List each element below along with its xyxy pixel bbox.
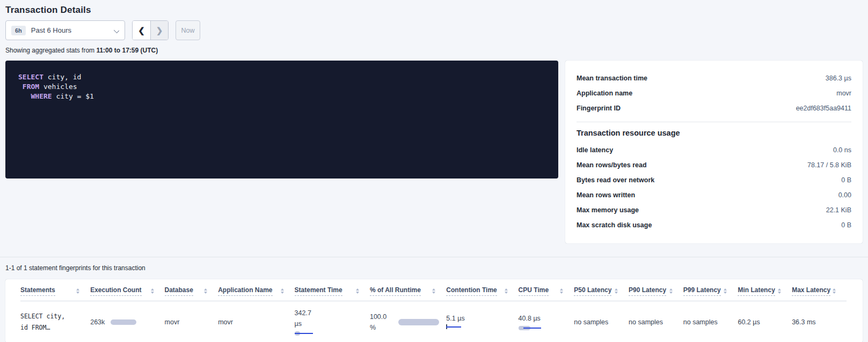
column-header-max-latency[interactable]: Max Latency — [792, 279, 847, 301]
column-header-statements[interactable]: Statements — [20, 279, 90, 301]
sort-icon[interactable] — [615, 288, 618, 294]
time-range-dropdown[interactable]: 6h Past 6 Hours — [5, 20, 125, 40]
detail-row: Idle latency0.0 ns — [577, 143, 851, 158]
column-header-min-latency[interactable]: Min Latency — [738, 279, 792, 301]
column-header-statement-time[interactable]: Statement Time — [295, 279, 370, 301]
database-cell: movr — [165, 301, 218, 342]
next-time-range-button[interactable]: ❯ — [150, 21, 168, 40]
table-header-row: StatementsExecution CountDatabaseApplica… — [20, 279, 847, 301]
contention-time-bar — [446, 325, 461, 330]
sql-statement-box: SELECT city, id FROM vehicles WHERE city… — [5, 61, 558, 179]
aggregated-stats-caption-prefix: Showing aggregated stats from — [5, 47, 96, 54]
column-header-application-name[interactable]: Application Name — [218, 279, 294, 301]
cpu-time-bar — [519, 326, 541, 331]
transaction-details-page: Transaction Details 6h Past 6 Hours ❮ ❯ … — [0, 5, 868, 342]
page-title: Transaction Details — [5, 5, 863, 16]
column-header-p50-latency[interactable]: P50 Latency — [574, 279, 629, 301]
aggregated-stats-time-window: 11:00 to 17:59 (UTC) — [96, 47, 158, 54]
sort-icon[interactable] — [281, 288, 284, 294]
sort-icon[interactable] — [432, 288, 435, 294]
column-header-cpu-time[interactable]: CPU Time — [519, 279, 574, 301]
pct-of-all-runtime-cell: 100.0 % — [370, 301, 446, 342]
section-divider — [0, 257, 868, 257]
contention-time-cell: 5.1 µs — [446, 301, 518, 342]
execution-count-cell: 263k — [90, 318, 161, 326]
detail-row: Fingerprint IDee2df683f5aa9411 — [577, 101, 851, 116]
cpu-time-cell: 40.8 µs — [519, 301, 574, 342]
statement-link[interactable]: SELECT city, id FROM… — [20, 311, 75, 332]
column-header-p90-latency[interactable]: P90 Latency — [629, 279, 683, 301]
min-latency-cell: 60.2 µs — [738, 301, 792, 342]
sort-icon[interactable] — [356, 288, 359, 294]
execution-count-bar — [111, 319, 136, 325]
transaction-details-card: Mean transaction time386.3 µsApplication… — [565, 61, 863, 243]
sort-icon[interactable] — [505, 288, 508, 294]
execution-count-value: 263k — [90, 318, 105, 326]
contention-time-value: 5.1 µs — [446, 315, 515, 322]
p99-latency-cell: no samples — [683, 301, 738, 342]
now-button[interactable]: Now — [176, 20, 200, 40]
statements-table-card: StatementsExecution CountDatabaseApplica… — [5, 279, 863, 342]
sort-icon[interactable] — [778, 288, 781, 294]
detail-row: Application namemovr — [577, 86, 851, 101]
detail-row: Max memory usage22.1 KiB — [577, 203, 851, 218]
column-header-database[interactable]: Database — [165, 279, 218, 301]
cpu-time-value: 40.8 µs — [519, 313, 542, 324]
column-header-execution-count[interactable]: Execution Count — [90, 279, 164, 301]
chevron-down-icon — [114, 28, 119, 33]
sql-code: SELECT city, id FROM vehicles WHERE city… — [18, 72, 545, 101]
time-toolbar: 6h Past 6 Hours ❮ ❯ Now — [5, 20, 863, 40]
column-header-of-all-runtime[interactable]: % of All Runtime — [370, 279, 446, 301]
statements-table-caption: 1-1 of 1 statement fingerprints for this… — [5, 264, 863, 272]
aggregated-stats-caption: Showing aggregated stats from 11:00 to 1… — [5, 47, 863, 54]
detail-row: Mean rows/bytes read78.17 / 5.8 KiB — [577, 158, 851, 173]
sort-icon[interactable] — [833, 288, 836, 294]
detail-row: Bytes read over network0 B — [577, 173, 851, 188]
pct-of-all-runtime-bar — [398, 319, 439, 325]
application-name-cell: movr — [218, 301, 294, 342]
sort-icon[interactable] — [151, 288, 154, 294]
pct-of-all-runtime-value: 100.0 % — [370, 311, 391, 333]
p50-latency-cell: no samples — [574, 301, 629, 342]
sort-icon[interactable] — [204, 288, 207, 294]
detail-row: Mean rows written0.00 — [577, 188, 851, 203]
sort-icon[interactable] — [560, 288, 563, 294]
detail-row: Mean transaction time386.3 µs — [577, 71, 851, 86]
previous-time-range-button[interactable]: ❮ — [133, 21, 150, 40]
time-range-label: Past 6 Hours — [31, 26, 114, 34]
column-header-contention-time[interactable]: Contention Time — [446, 279, 518, 301]
details-divider — [577, 122, 851, 122]
sort-icon[interactable] — [669, 288, 673, 294]
statement-time-value: 342.7 µs — [295, 308, 318, 329]
sort-icon[interactable] — [724, 288, 727, 294]
p90-latency-cell: no samples — [629, 301, 683, 342]
detail-row: Max scratch disk usage0 B — [577, 218, 851, 233]
detail-rows: Mean transaction time386.3 µsApplication… — [577, 71, 851, 116]
resource-usage-rows: Idle latency0.0 nsMean rows/bytes read78… — [577, 143, 851, 233]
time-range-badge: 6h — [11, 26, 26, 35]
time-step-buttons: ❮ ❯ — [132, 20, 169, 40]
statement-time-cell: 342.7 µs — [295, 301, 370, 342]
table-row: SELECT city, id FROM… 263k movr movr 342… — [20, 301, 847, 342]
max-latency-cell: 36.3 ms — [792, 301, 847, 342]
summary-section: SELECT city, id FROM vehicles WHERE city… — [5, 61, 863, 243]
resource-usage-heading: Transaction resource usage — [577, 129, 851, 137]
statement-time-bar — [295, 331, 313, 336]
column-header-p99-latency[interactable]: P99 Latency — [683, 279, 738, 301]
statements-table: StatementsExecution CountDatabaseApplica… — [20, 279, 847, 342]
sort-icon[interactable] — [76, 288, 79, 294]
